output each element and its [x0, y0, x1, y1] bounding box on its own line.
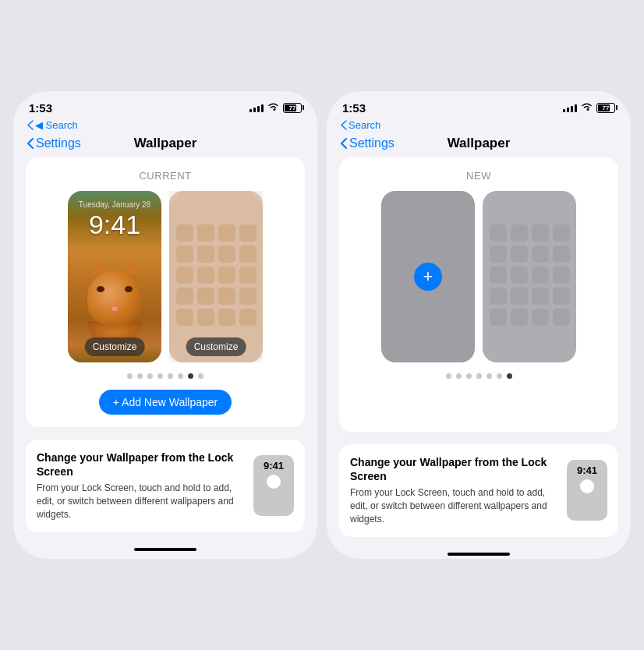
- add-wallpaper-button-1[interactable]: + Add New Wallpaper: [99, 390, 232, 415]
- status-bar-1: 1:53 77: [13, 91, 317, 119]
- home-indicator-2: [448, 553, 510, 556]
- signal-icon-2: [563, 103, 577, 112]
- info-title-1: Change your Wallpaper from the Lock Scre…: [37, 450, 244, 479]
- dot-8: [198, 373, 203, 379]
- card-label-1: CURRENT: [38, 170, 292, 182]
- phone-content-2: NEW +: [327, 157, 631, 549]
- page-title-2: Wallpaper: [403, 136, 554, 151]
- status-icons-2: 77: [563, 102, 615, 114]
- app-grid-1: [169, 191, 263, 362]
- home-screen-preview-1[interactable]: Customize: [169, 191, 263, 362]
- info-card-2: Change your Wallpaper from the Lock Scre…: [339, 444, 618, 537]
- info-preview-circle-2: [580, 479, 594, 493]
- card-label-2: NEW: [352, 170, 606, 182]
- wallpaper-card-2: NEW +: [339, 157, 618, 432]
- wallpaper-previews-2: +: [352, 191, 606, 362]
- dot-4: [157, 373, 163, 379]
- info-preview-1: 9:41: [253, 455, 294, 516]
- customize-btn-lock-1[interactable]: Customize: [85, 337, 145, 356]
- dot2-4: [476, 373, 482, 379]
- add-icon[interactable]: +: [414, 263, 442, 291]
- dot-5: [168, 373, 173, 379]
- new-lock-screen-preview[interactable]: +: [381, 191, 475, 362]
- info-preview-2: 9:41: [567, 460, 607, 521]
- add-wallpaper-container-1: + Add New Wallpaper: [38, 390, 292, 415]
- lock-time-1: 9:41: [68, 210, 161, 240]
- info-preview-time-2: 9:41: [577, 465, 597, 476]
- dot2-2: [456, 373, 462, 379]
- dots-1: [38, 373, 292, 379]
- battery-icon-1: 77: [283, 103, 302, 113]
- info-desc-1: From your Lock Screen, touch and hold to…: [37, 482, 244, 521]
- status-icons-1: 77: [249, 102, 302, 114]
- dot-2: [137, 373, 143, 379]
- info-preview-circle-1: [267, 475, 281, 489]
- dots-2: [352, 373, 606, 379]
- status-bar-2: 1:53 77: [327, 91, 631, 119]
- phone-1: 1:53 77: [13, 91, 317, 559]
- dot2-6: [497, 373, 502, 379]
- info-text-2: Change your Wallpaper from the Lock Scre…: [350, 455, 557, 526]
- wifi-icon-2: [581, 102, 593, 114]
- new-app-grid: [483, 191, 576, 362]
- settings-back-2[interactable]: Settings: [341, 136, 403, 150]
- lock-screen-preview-1[interactable]: Tuesday, January 28 9:41: [68, 191, 161, 362]
- nav-bar-1: Settings Wallpaper: [13, 132, 317, 157]
- wallpaper-previews-1: Tuesday, January 28 9:41: [38, 191, 292, 362]
- search-bar-1: ◀ Search: [13, 119, 317, 131]
- settings-back-1[interactable]: Settings: [27, 136, 90, 150]
- phones-container: 1:53 77: [5, 83, 639, 567]
- page-title-1: Wallpaper: [90, 136, 241, 151]
- time-2: 1:53: [342, 101, 366, 115]
- new-lock-inner: +: [381, 191, 475, 362]
- wallpaper-card-1: CURRENT Tuesday, January 28 9:41: [26, 157, 305, 427]
- dot2-5: [487, 373, 492, 379]
- dot-6: [178, 373, 183, 379]
- dot2-3: [466, 373, 472, 379]
- battery-icon-2: 77: [596, 103, 615, 113]
- dot-7: [188, 373, 193, 379]
- search-back-1[interactable]: ◀ Search: [27, 119, 303, 131]
- phone-content-1: CURRENT Tuesday, January 28 9:41: [13, 157, 317, 545]
- customize-btn-home-1[interactable]: Customize: [186, 337, 246, 356]
- new-home-screen-preview[interactable]: [483, 191, 576, 362]
- info-card-1: Change your Wallpaper from the Lock Scre…: [26, 440, 305, 532]
- dot2-7: [507, 373, 512, 379]
- signal-icon-1: [249, 103, 264, 112]
- dot-3: [147, 373, 153, 379]
- search-back-2[interactable]: Search: [341, 119, 617, 131]
- phone-2: 1:53 77: [327, 91, 631, 559]
- nav-bar-2: Settings Wallpaper: [327, 132, 631, 157]
- dot-1: [127, 373, 133, 379]
- dot2-1: [446, 373, 451, 379]
- info-desc-2: From your Lock Screen, touch and hold to…: [350, 486, 557, 525]
- info-title-2: Change your Wallpaper from the Lock Scre…: [350, 455, 557, 483]
- lock-date-1: Tuesday, January 28: [68, 200, 161, 209]
- search-bar-2: Search: [327, 119, 631, 131]
- home-indicator-1: [134, 548, 196, 551]
- wifi-icon-1: [267, 102, 279, 114]
- info-preview-time-1: 9:41: [264, 460, 284, 472]
- info-text-1: Change your Wallpaper from the Lock Scre…: [37, 450, 244, 521]
- spacer-2: [352, 390, 606, 419]
- time-1: 1:53: [29, 101, 52, 115]
